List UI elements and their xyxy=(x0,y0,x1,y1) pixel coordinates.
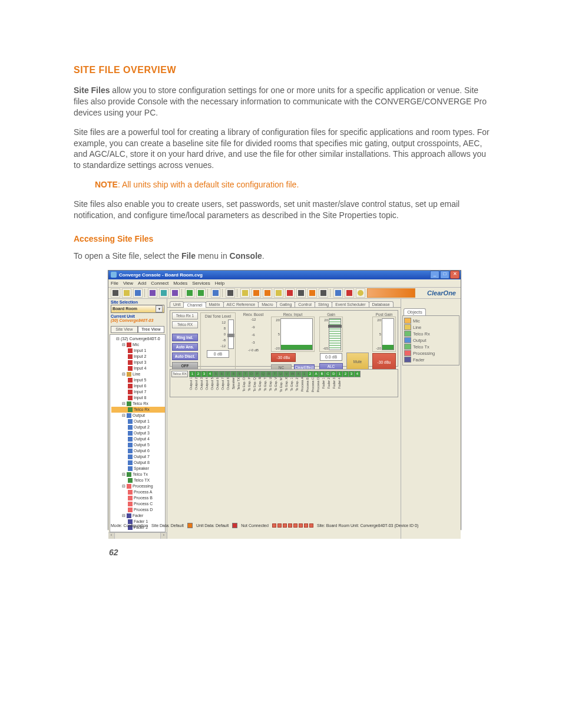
tree-root[interactable]: ⊟(32) Converge840T-0 xyxy=(111,336,165,342)
tree-item[interactable]: Process B xyxy=(111,495,165,501)
tree-processing[interactable]: ⊟Processing xyxy=(111,483,165,489)
tree-telcorx[interactable]: ⊟Telco Rx xyxy=(111,401,165,407)
tree-item[interactable]: Output 1 xyxy=(111,419,165,424)
help-icon[interactable] xyxy=(356,288,365,298)
dtl-slider[interactable] xyxy=(228,319,234,349)
menu-modes[interactable]: Modes xyxy=(173,281,187,286)
minimize-button[interactable]: _ xyxy=(430,271,439,279)
menubar: File View Add Connect Modes Services Hel… xyxy=(108,279,461,288)
tool-icon[interactable] xyxy=(296,288,306,298)
menu-add[interactable]: Add xyxy=(138,281,146,286)
tree-item[interactable]: Input 6 xyxy=(111,383,165,389)
tool-icon[interactable] xyxy=(345,288,354,298)
tool-icon[interactable] xyxy=(159,288,168,298)
auto-disc-button[interactable]: Auto Disct. xyxy=(172,353,198,360)
tree-item[interactable]: Output 8 xyxy=(111,460,165,466)
tab-string[interactable]: String xyxy=(315,301,332,307)
tree-item[interactable]: Input 4 xyxy=(111,365,165,371)
site-selection-dropdown[interactable]: Board Room ▾ xyxy=(111,305,164,313)
tree-line[interactable]: ⊟Line xyxy=(111,371,165,377)
tab-event[interactable]: Event Scheduler xyxy=(332,301,369,307)
close-button[interactable]: ✕ xyxy=(450,271,459,279)
tree-item[interactable]: Speaker xyxy=(111,466,165,472)
tree-item[interactable]: Input 5 xyxy=(111,377,165,383)
tab-control[interactable]: Control xyxy=(295,301,315,307)
matrix-col-label: Output 1 xyxy=(189,377,194,393)
maximize-button[interactable]: □ xyxy=(440,271,449,279)
tab-matrix[interactable]: Matrix xyxy=(206,301,224,307)
tree-fader[interactable]: ⊟Fader xyxy=(111,513,165,519)
tab-site-view[interactable]: Site View xyxy=(111,326,138,333)
tree-item[interactable]: Output 4 xyxy=(111,436,165,442)
tool-icon[interactable] xyxy=(170,288,180,298)
objects-item[interactable]: Fader xyxy=(404,357,458,363)
left-scrollbar[interactable]: ‹› xyxy=(108,532,167,539)
tool-icon[interactable] xyxy=(226,288,235,298)
objects-item[interactable]: Line xyxy=(404,324,458,331)
tree-telcotx[interactable]: ⊟Telco Tx xyxy=(111,472,165,477)
tab-gating[interactable]: Gating xyxy=(276,301,296,307)
tree-item[interactable]: Input 8 xyxy=(111,395,165,401)
tree-item[interactable]: Output 6 xyxy=(111,448,165,454)
tool-icon[interactable] xyxy=(240,288,250,298)
tree-item[interactable]: Input 7 xyxy=(111,389,165,395)
tool-icon[interactable] xyxy=(308,288,317,298)
tree-item[interactable]: Output 5 xyxy=(111,442,165,448)
objects-item[interactable]: Mic xyxy=(404,318,458,324)
tree-output[interactable]: ⊟Output xyxy=(111,413,165,419)
menu-services[interactable]: Services xyxy=(192,281,210,286)
tree-item[interactable]: Process A xyxy=(111,489,165,495)
tree-item[interactable]: Process D xyxy=(111,507,165,513)
tool-icon[interactable] xyxy=(196,288,206,298)
gain-slider[interactable] xyxy=(329,318,341,350)
menu-view[interactable]: View xyxy=(123,281,133,286)
auto-ans-button[interactable]: Auto Ans. xyxy=(172,343,198,351)
tab-channel[interactable]: Channel xyxy=(183,302,206,308)
tool-icon[interactable] xyxy=(263,288,272,298)
tab-unit[interactable]: Unit xyxy=(170,301,184,307)
objects-item[interactable]: Processing xyxy=(404,350,458,357)
objects-box: Mic Line Telco Rx Output Telco Tx Proces… xyxy=(402,315,459,365)
tab-database[interactable]: Database xyxy=(369,301,394,307)
tool-icon[interactable] xyxy=(285,288,295,298)
objects-item[interactable]: Telco Tx xyxy=(404,344,458,350)
tree-item[interactable]: Output 3 xyxy=(111,430,165,436)
tab-macro[interactable]: Macro xyxy=(258,301,276,307)
row-label[interactable]: Telco RX xyxy=(172,321,198,328)
tool-icon[interactable] xyxy=(211,288,220,298)
tab-aec[interactable]: AEC Reference xyxy=(223,301,259,307)
tree-item-selected[interactable]: Telco Rx xyxy=(111,407,165,413)
objects-item[interactable]: Output xyxy=(404,337,458,344)
tree-item[interactable]: Output 2 xyxy=(111,424,165,430)
chevron-down-icon[interactable]: ▾ xyxy=(156,305,163,312)
tree-item[interactable]: Input 1 xyxy=(111,348,165,354)
tree-mic[interactable]: ⊟Mic xyxy=(111,342,165,348)
objects-item[interactable]: Telco Rx xyxy=(404,331,458,337)
tool-icon[interactable] xyxy=(122,288,131,298)
menu-connect[interactable]: Connect xyxy=(151,281,168,286)
tree-item[interactable]: Input 3 xyxy=(111,360,165,365)
tool-icon[interactable] xyxy=(185,288,194,298)
tool-icon[interactable] xyxy=(319,288,328,298)
dtl-value[interactable]: 0 dB xyxy=(207,350,229,358)
separator xyxy=(222,289,224,297)
tool-icon[interactable] xyxy=(274,288,283,298)
tool-icon[interactable] xyxy=(252,288,261,298)
tree-item[interactable]: Output 7 xyxy=(111,454,165,460)
menu-help[interactable]: Help xyxy=(215,281,224,286)
tool-icon[interactable] xyxy=(148,288,157,298)
tab-tree-view[interactable]: Tree View xyxy=(138,326,165,333)
center-tabs: Unit Channel Matrix AEC Reference Macro … xyxy=(167,299,401,308)
tool-icon[interactable] xyxy=(111,288,120,298)
tool-icon[interactable] xyxy=(133,288,143,298)
matrix-col-label: To Exp. 2 xyxy=(295,377,300,393)
menu-file[interactable]: File xyxy=(111,281,118,286)
titlebar: Converge Console - Board Room.cvg _ □ ✕ xyxy=(108,271,461,279)
matrix-col-label: To Exp. U xyxy=(269,377,274,393)
tree-item[interactable]: Telco TX xyxy=(111,477,165,483)
tool-icon[interactable] xyxy=(333,288,343,298)
gain-value[interactable]: 0.0 dB xyxy=(320,353,342,361)
tree-item[interactable]: Input 2 xyxy=(111,354,165,360)
tree-item[interactable]: Process C xyxy=(111,501,165,507)
ring-ind-button[interactable]: Ring Ind. xyxy=(172,334,198,341)
